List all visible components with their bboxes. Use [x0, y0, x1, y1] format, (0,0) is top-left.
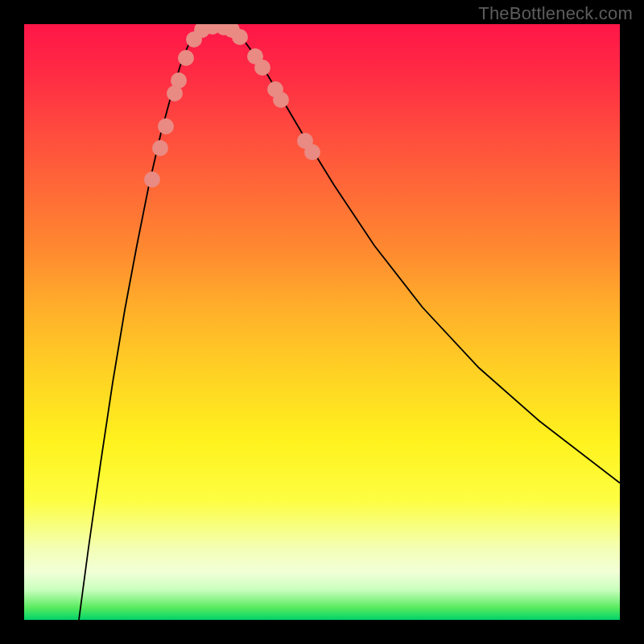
marker-dot	[304, 144, 320, 160]
bottleneck-curve	[79, 27, 620, 620]
plot-area	[24, 24, 620, 620]
marker-dot	[178, 50, 194, 66]
marker-dot	[254, 60, 270, 76]
chart-canvas: TheBottleneck.com	[0, 0, 644, 644]
marker-dot	[152, 140, 168, 156]
marker-dot	[158, 118, 174, 134]
marker-dot	[273, 92, 289, 108]
marker-dot	[171, 72, 187, 89]
watermark-text: TheBottleneck.com	[478, 3, 633, 24]
marker-dot	[144, 171, 160, 188]
marker-dot	[232, 29, 248, 45]
curve-svg	[24, 24, 620, 620]
marker-group	[144, 24, 320, 188]
